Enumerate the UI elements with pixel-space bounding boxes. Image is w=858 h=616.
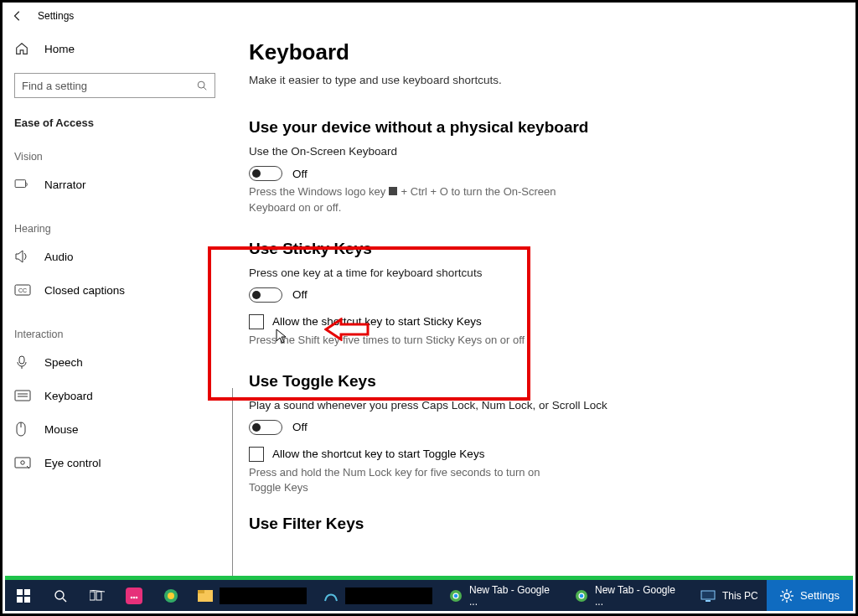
svg-rect-29 — [198, 590, 204, 593]
sticky-keys-shortcut-checkbox[interactable] — [249, 314, 264, 329]
taskbar-app-running-1[interactable] — [189, 580, 315, 611]
nav-item-label: Eye control — [44, 457, 101, 469]
closed-captions-icon: CC — [14, 284, 33, 296]
app-icon — [323, 589, 339, 603]
home-icon — [14, 41, 33, 56]
svg-point-38 — [784, 593, 789, 598]
toggle-keys-shortcut-label: Allow the shortcut key to start Toggle K… — [272, 448, 484, 460]
nav-item-label: Mouse — [44, 423, 79, 436]
nav-narrator[interactable]: Narrator — [14, 168, 215, 201]
window-title: Settings — [38, 10, 74, 22]
taskbar-settings[interactable]: Settings — [767, 580, 853, 611]
page-title: Keyboard — [249, 39, 834, 65]
svg-point-27 — [168, 593, 174, 599]
nav-closed-captions[interactable]: CC Closed captions — [14, 273, 215, 307]
onscreen-keyboard-toggle[interactable] — [249, 166, 282, 181]
toggle-keys-description: Play a sound whenever you press Caps Loc… — [249, 399, 834, 412]
svg-rect-16 — [24, 597, 30, 603]
svg-line-18 — [63, 598, 66, 602]
svg-point-24 — [136, 596, 138, 598]
microphone-icon — [14, 355, 33, 370]
toggle-keys-toggle-state: Off — [292, 421, 308, 433]
taskbar-chrome-1[interactable]: New Tab - Google ... — [441, 580, 566, 611]
nav-item-label: Speech — [44, 356, 83, 369]
svg-point-25 — [133, 596, 136, 598]
taskbar-app-title-redacted — [220, 588, 307, 604]
sidebar-section-ease-of-access: Ease of Access — [14, 116, 215, 129]
nav-keyboard[interactable]: Keyboard — [14, 379, 215, 412]
svg-point-12 — [21, 461, 24, 464]
eye-control-icon — [14, 457, 33, 468]
svg-point-17 — [55, 591, 64, 599]
onscreen-keyboard-toggle-state: Off — [292, 168, 308, 180]
mouse-icon — [14, 422, 33, 437]
back-button[interactable] — [9, 8, 26, 24]
chrome-icon — [449, 589, 463, 603]
keyboard-icon — [14, 390, 33, 401]
sidebar-group-vision: Vision — [14, 151, 215, 163]
search-placeholder: Find a setting — [22, 80, 87, 92]
taskbar-this-pc[interactable]: This PC — [692, 580, 767, 611]
taskbar-app-pinned-1[interactable] — [116, 580, 152, 611]
svg-text:CC: CC — [18, 287, 27, 293]
sticky-keys-shortcut-label: Allow the shortcut key to start Sticky K… — [272, 315, 482, 328]
taskbar-chrome-2[interactable]: New Tab - Google ... — [566, 580, 692, 611]
nav-mouse[interactable]: Mouse — [14, 412, 215, 446]
taskbar-app-pinned-2[interactable] — [152, 580, 189, 611]
svg-point-23 — [131, 596, 133, 598]
taskbar-app-title-redacted — [345, 588, 432, 604]
settings-main: Keyboard Make it easier to type and use … — [227, 29, 855, 580]
svg-rect-19 — [90, 592, 95, 600]
svg-rect-13 — [17, 589, 23, 595]
svg-rect-36 — [701, 591, 715, 599]
chrome-icon — [575, 589, 588, 603]
search-input[interactable]: Find a setting — [14, 73, 215, 98]
windows-logo-icon — [389, 187, 398, 196]
toggle-keys-toggle[interactable] — [249, 420, 282, 435]
window-titlebar: Settings — [3, 3, 855, 29]
sticky-keys-toggle[interactable] — [249, 287, 282, 303]
sticky-keys-toggle-state: Off — [292, 288, 308, 301]
svg-rect-2 — [15, 180, 25, 188]
svg-line-44 — [790, 598, 792, 600]
section-filter-keys-heading: Use Filter Keys — [249, 515, 834, 533]
settings-sidebar: Home Find a setting Ease of Access Visio… — [3, 29, 227, 580]
svg-rect-15 — [17, 597, 23, 603]
sidebar-group-hearing: Hearing — [14, 223, 215, 235]
taskbar: New Tab - Google ... New Tab - Google ..… — [5, 580, 853, 611]
toggle-keys-hint: Press and hold the Num Lock key for five… — [249, 465, 567, 497]
svg-rect-37 — [706, 600, 711, 602]
onscreen-keyboard-hint: Press the Windows logo key + Ctrl + O to… — [249, 184, 567, 216]
svg-rect-5 — [19, 356, 24, 364]
nav-speech[interactable]: Speech — [14, 345, 215, 379]
svg-point-35 — [580, 593, 584, 598]
svg-rect-20 — [96, 592, 101, 600]
svg-point-0 — [198, 81, 204, 88]
taskbar-app-running-2[interactable] — [315, 580, 441, 611]
nav-audio[interactable]: Audio — [14, 240, 215, 273]
sidebar-group-interaction: Interaction — [14, 329, 215, 340]
nav-item-label: Keyboard — [44, 390, 93, 402]
task-view-button[interactable] — [79, 580, 116, 611]
this-pc-icon — [700, 590, 716, 602]
scrollbar-track[interactable] — [232, 388, 233, 581]
page-subtitle: Make it easier to type and use keyboard … — [249, 74, 834, 86]
nav-home-label: Home — [44, 43, 75, 55]
svg-point-32 — [454, 593, 458, 598]
taskbar-settings-label: Settings — [800, 589, 840, 602]
toggle-keys-shortcut-checkbox[interactable] — [249, 447, 264, 462]
file-explorer-icon — [198, 590, 213, 602]
section-toggle-keys-heading: Use Toggle Keys — [249, 372, 834, 391]
start-button[interactable] — [5, 580, 42, 611]
nav-eye-control[interactable]: Eye control — [14, 446, 215, 479]
section-physical-keyboard-heading: Use your device without a physical keybo… — [249, 118, 834, 137]
svg-line-46 — [790, 591, 792, 593]
narrator-icon — [14, 178, 33, 191]
svg-rect-6 — [15, 391, 30, 401]
svg-rect-11 — [15, 458, 30, 468]
section-sticky-keys-heading: Use Sticky Keys — [249, 240, 834, 258]
nav-home[interactable]: Home — [14, 34, 215, 63]
audio-icon — [14, 250, 33, 263]
taskbar-search-button[interactable] — [42, 580, 79, 611]
taskbar-app-label: New Tab - Google ... — [469, 584, 558, 608]
